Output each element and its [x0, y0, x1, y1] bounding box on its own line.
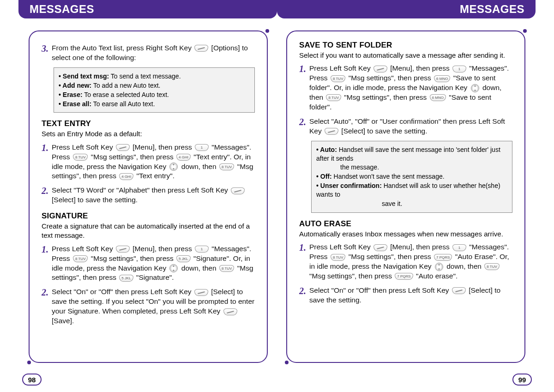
step-number: 3. [42, 43, 52, 63]
key-1-icon: 1 [195, 144, 209, 151]
opt-desc: To send a text message. [109, 72, 181, 80]
txt: Select "T9 Word" or "Alphabet" then pres… [52, 186, 230, 194]
save-step-1: 1. Press Left Soft Key [Menu], then pres… [299, 64, 512, 112]
step-number: 2. [299, 117, 309, 136]
txt: [Menu], then press [390, 243, 452, 251]
section-save-sub: Select if you want to automatically save… [299, 51, 512, 60]
step-number: 2. [42, 287, 52, 326]
key-1-icon: 1 [452, 66, 466, 72]
opt-desc: To earse all Auto text. [91, 100, 155, 108]
text-entry-step-1: 1. Press Left Soft Key [Menu], then pres… [42, 143, 255, 181]
txt: Select "On" or "Off" then press Left Sof… [52, 288, 193, 296]
manual-spread: MESSAGES MESSAGES 3. From the Auto Text … [0, 0, 554, 392]
opt-desc: Handset will save the sent message into … [316, 146, 500, 162]
txt: [Select] to save the setting. [341, 127, 427, 135]
opt-label: • Add new: [59, 82, 91, 89]
opt-desc: save it. [382, 200, 402, 207]
opt-label: • Send text msg: [59, 72, 109, 80]
key-8-icon: 8 TUV [219, 265, 235, 272]
key-8-icon: 8 TUV [219, 163, 235, 170]
txt: down, then [181, 163, 218, 170]
header-title-right: MESSAGES [460, 3, 524, 16]
left-soft-key-icon [116, 246, 130, 253]
step-text: From the Auto Text list, press Right Sof… [52, 43, 255, 63]
left-soft-key-icon [223, 308, 237, 315]
txt: "Msg settings", then press [349, 253, 433, 260]
step-text: Select "On" or "Off" then press Left Sof… [309, 286, 512, 305]
step-text: Press Left Soft Key [Menu], then press 1… [309, 64, 512, 112]
opt-desc: Handset won't save the sent message. [332, 173, 445, 180]
txt: [Select] to save the setting. [52, 196, 138, 204]
autoerase-step-1: 1. Press Left Soft Key [Menu], then pres… [299, 242, 512, 281]
txt: Press Left Soft Key [52, 245, 115, 253]
key-6-icon: 6 MNO [430, 94, 446, 101]
txt: "Auto erase". [416, 272, 458, 280]
opt-desc: To erase a selected Auto text. [83, 91, 169, 98]
options-box: • Send text msg: To send a text message.… [54, 67, 255, 113]
header-title-left: MESSAGES [30, 3, 94, 16]
txt: [Menu], then press [132, 245, 194, 253]
nav-key-icon [471, 84, 479, 92]
opt-desc: To add a new Auto text. [91, 82, 160, 89]
signature-step-2: 2. Select "On" or "Off" then press Left … [42, 287, 255, 326]
left-soft-key-icon [325, 128, 338, 135]
left-soft-key-icon [452, 287, 466, 294]
opt-label: • Unser confirmation: [316, 182, 382, 189]
txt: [Menu], then press [390, 64, 452, 72]
key-5-icon: 5 JKL [119, 275, 133, 282]
save-options-box: • Auto: Handset will save the sent messa… [311, 141, 512, 213]
section-save-title: SAVE TO SENT FOLDER [299, 41, 512, 50]
opt-desc: the message. [340, 163, 379, 171]
step-text: Press Left Soft Key [Menu], then press 1… [52, 244, 255, 283]
nav-key-icon [435, 263, 443, 271]
txt: [Menu], then press [132, 143, 194, 151]
key-7-icon: 7 PQRS [434, 254, 452, 261]
key-8-icon: 8 TUV [73, 255, 88, 262]
key-6-icon: 6 MNO [434, 75, 450, 82]
step-text: Press Left Soft Key [Menu], then press 1… [52, 143, 255, 181]
left-soft-key-icon [373, 244, 387, 251]
page-98: 3. From the Auto Text list, press Right … [29, 30, 268, 363]
section-autoerase-title: AUTO ERASE [299, 219, 512, 229]
text-entry-step-2: 2. Select "T9 Word" or "Alphabet" then p… [42, 186, 255, 205]
key-8-icon: 8 TUV [331, 75, 346, 82]
txt: down, then [181, 264, 218, 272]
key-8-icon: 8 TUV [484, 263, 500, 270]
txt: [Save]. [52, 317, 74, 325]
header-tab-right: MESSAGES [277, 0, 536, 18]
txt: "Msg settings", then press [344, 93, 428, 101]
section-signature-sub: Create a signature that can be automatic… [42, 222, 255, 241]
save-step-2: 2. Select "Auto", "Off" or "User confirm… [299, 117, 512, 136]
txt: "Msg settings", then press [91, 254, 175, 262]
autoerase-step-2: 2. Select "On" or "Off" then press Left … [299, 286, 512, 305]
header-tab-left: MESSAGES [18, 0, 277, 18]
step-text: Select "On" or "Off" then press Left Sof… [52, 287, 255, 326]
step-number: 2. [42, 186, 52, 205]
step-number: 1. [42, 143, 52, 181]
right-soft-key-icon [194, 45, 208, 52]
opt-label: • Auto: [316, 146, 337, 153]
key-1-icon: 1 [452, 244, 466, 251]
key-4-icon: 4 GHI [176, 154, 191, 161]
txt: "Signature". [136, 273, 174, 281]
key-1-icon: 1 [195, 246, 209, 253]
txt: Press Left Soft Key [52, 143, 115, 151]
left-soft-key-icon [231, 187, 245, 194]
left-soft-key-icon [116, 144, 130, 151]
nav-key-icon [169, 264, 178, 272]
section-text-entry-sub: Sets an Entry Mode as a default: [42, 129, 255, 139]
txt: "Text entry". [136, 172, 175, 180]
opt-label: • Erase all: [59, 100, 91, 108]
page-99: SAVE TO SENT FOLDER Select if you want t… [286, 30, 525, 363]
opt-label: • Erase: [59, 91, 83, 98]
txt: Press Left Soft Key [309, 64, 373, 72]
key-7-icon: 7 PQRS [395, 273, 413, 280]
txt: "Msg settings", then press [309, 272, 394, 280]
step-text: Press Left Soft Key [Menu], then press 1… [309, 242, 512, 281]
step-number: 2. [299, 286, 309, 305]
step-number: 1. [42, 244, 52, 283]
key-8-icon: 8 TUV [73, 154, 88, 161]
txt: From the Auto Text list, press Right Sof… [52, 44, 193, 52]
txt: Select "On" or "Off" then press Left Sof… [309, 286, 451, 294]
step-number: 1. [299, 64, 309, 112]
